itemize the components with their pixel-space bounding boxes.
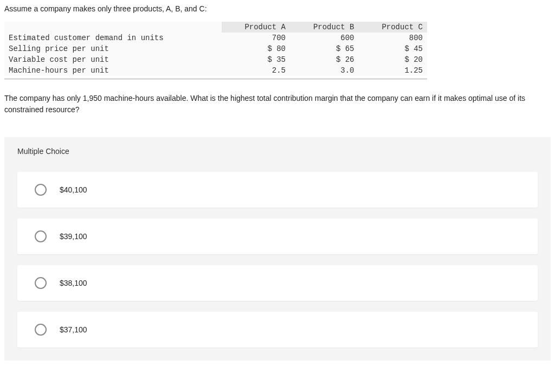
cell: 700 [222, 33, 290, 43]
table-divider [4, 78, 427, 80]
cell: 600 [290, 33, 358, 43]
option-1[interactable]: $40,100 [17, 172, 538, 208]
radio-icon [35, 277, 47, 289]
table-header-c: Product C [359, 22, 428, 33]
option-label: $40,100 [60, 185, 87, 194]
row-label: Selling price per unit [4, 43, 222, 54]
question-intro: Assume a company makes only three produc… [4, 4, 551, 13]
cell: 800 [359, 33, 428, 43]
cell: $ 35 [222, 54, 290, 65]
option-3[interactable]: $38,100 [17, 265, 538, 301]
row-label: Estimated customer demand in units [4, 33, 222, 43]
cell: $ 45 [359, 43, 428, 54]
option-label: $39,100 [60, 232, 87, 241]
table-row: Machine-hours per unit 2.5 3.0 1.25 [4, 65, 427, 76]
cell: $ 80 [222, 43, 290, 54]
row-label: Variable cost per unit [4, 54, 222, 65]
question-text: The company has only 1,950 machine-hours… [4, 93, 551, 115]
option-4[interactable]: $37,100 [17, 312, 538, 348]
cell: $ 26 [290, 54, 358, 65]
multiple-choice-container: Multiple Choice $40,100 $39,100 $38,100 … [4, 137, 551, 361]
table-header-row: Product A Product B Product C [4, 22, 427, 33]
cell: 2.5 [222, 65, 290, 76]
cell: 1.25 [359, 65, 428, 76]
table-header-a: Product A [222, 22, 290, 33]
radio-icon [35, 324, 47, 336]
cell: $ 65 [290, 43, 358, 54]
table-row: Selling price per unit $ 80 $ 65 $ 45 [4, 43, 427, 54]
multiple-choice-header: Multiple Choice [17, 147, 538, 156]
option-label: $38,100 [60, 279, 87, 287]
option-2[interactable]: $39,100 [17, 219, 538, 254]
data-table: Product A Product B Product C Estimated … [4, 22, 427, 76]
radio-icon [35, 184, 47, 196]
cell: $ 20 [359, 54, 428, 65]
cell: 3.0 [290, 65, 358, 76]
table-header-empty [4, 22, 222, 33]
option-label: $37,100 [60, 325, 87, 334]
table-row: Variable cost per unit $ 35 $ 26 $ 20 [4, 54, 427, 65]
table-row: Estimated customer demand in units 700 6… [4, 33, 427, 43]
table-header-b: Product B [290, 22, 358, 33]
row-label: Machine-hours per unit [4, 65, 222, 76]
radio-icon [35, 230, 47, 242]
